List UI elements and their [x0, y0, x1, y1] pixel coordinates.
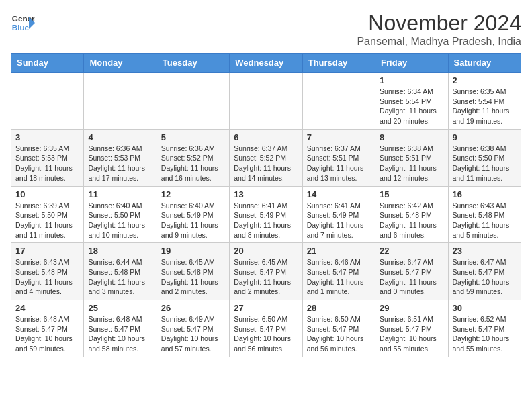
day-info: Sunrise: 6:35 AM Sunset: 5:54 PM Dayligh…	[453, 87, 517, 126]
calendar-day-cell	[84, 73, 157, 130]
day-info: Sunrise: 6:47 AM Sunset: 5:47 PM Dayligh…	[453, 257, 517, 297]
day-info: Sunrise: 6:39 AM Sunset: 5:50 PM Dayligh…	[15, 201, 79, 240]
day-info: Sunrise: 6:38 AM Sunset: 5:50 PM Dayligh…	[453, 144, 517, 183]
calendar-day-cell: 29Sunrise: 6:51 AM Sunset: 5:47 PM Dayli…	[375, 300, 448, 357]
day-info: Sunrise: 6:50 AM Sunset: 5:47 PM Dayligh…	[307, 314, 371, 354]
day-number: 12	[161, 189, 225, 199]
day-number: 13	[234, 189, 298, 199]
calendar-week-row: 17Sunrise: 6:43 AM Sunset: 5:48 PM Dayli…	[11, 243, 521, 300]
title-section: November 2024 Pansemal, Madhya Pradesh, …	[357, 11, 521, 48]
day-number: 24	[15, 303, 79, 313]
day-number: 16	[453, 189, 517, 199]
weekday-header: Sunday	[11, 54, 84, 73]
day-info: Sunrise: 6:45 AM Sunset: 5:47 PM Dayligh…	[234, 257, 298, 297]
day-info: Sunrise: 6:49 AM Sunset: 5:47 PM Dayligh…	[161, 314, 225, 354]
day-number: 14	[307, 189, 371, 199]
day-info: Sunrise: 6:41 AM Sunset: 5:49 PM Dayligh…	[234, 201, 298, 240]
day-info: Sunrise: 6:52 AM Sunset: 5:47 PM Dayligh…	[453, 314, 517, 354]
day-number: 17	[15, 246, 79, 256]
calendar-day-cell	[302, 73, 375, 130]
day-info: Sunrise: 6:34 AM Sunset: 5:54 PM Dayligh…	[380, 87, 443, 126]
day-info: Sunrise: 6:48 AM Sunset: 5:47 PM Dayligh…	[15, 314, 79, 354]
day-number: 3	[15, 132, 79, 142]
day-number: 20	[234, 246, 298, 256]
page-header: General Blue November 2024 Pansemal, Mad…	[11, 11, 521, 48]
calendar-week-row: 1Sunrise: 6:34 AM Sunset: 5:54 PM Daylig…	[11, 73, 521, 130]
day-number: 28	[307, 303, 371, 313]
calendar-day-cell: 26Sunrise: 6:49 AM Sunset: 5:47 PM Dayli…	[157, 300, 229, 357]
day-info: Sunrise: 6:51 AM Sunset: 5:47 PM Dayligh…	[380, 314, 443, 354]
calendar-day-cell: 14Sunrise: 6:41 AM Sunset: 5:49 PM Dayli…	[302, 186, 375, 243]
day-info: Sunrise: 6:36 AM Sunset: 5:53 PM Dayligh…	[88, 144, 152, 183]
day-number: 25	[88, 303, 152, 313]
calendar-day-cell: 21Sunrise: 6:46 AM Sunset: 5:47 PM Dayli…	[302, 243, 375, 300]
calendar-day-cell: 28Sunrise: 6:50 AM Sunset: 5:47 PM Dayli…	[302, 300, 375, 357]
calendar-day-cell: 19Sunrise: 6:45 AM Sunset: 5:48 PM Dayli…	[157, 243, 229, 300]
day-info: Sunrise: 6:48 AM Sunset: 5:47 PM Dayligh…	[88, 314, 152, 354]
day-info: Sunrise: 6:40 AM Sunset: 5:49 PM Dayligh…	[161, 201, 225, 240]
day-number: 2	[453, 75, 517, 85]
day-info: Sunrise: 6:46 AM Sunset: 5:47 PM Dayligh…	[307, 257, 371, 297]
day-number: 15	[380, 189, 443, 199]
calendar-subtitle: Pansemal, Madhya Pradesh, India	[357, 36, 521, 48]
calendar-day-cell: 10Sunrise: 6:39 AM Sunset: 5:50 PM Dayli…	[11, 186, 84, 243]
calendar-day-cell	[157, 73, 229, 130]
calendar-day-cell: 12Sunrise: 6:40 AM Sunset: 5:49 PM Dayli…	[157, 186, 229, 243]
day-info: Sunrise: 6:38 AM Sunset: 5:51 PM Dayligh…	[380, 144, 443, 183]
day-number: 7	[307, 132, 371, 142]
day-info: Sunrise: 6:41 AM Sunset: 5:49 PM Dayligh…	[307, 201, 371, 240]
day-info: Sunrise: 6:50 AM Sunset: 5:47 PM Dayligh…	[234, 314, 298, 354]
day-info: Sunrise: 6:36 AM Sunset: 5:52 PM Dayligh…	[161, 144, 225, 183]
day-number: 6	[234, 132, 298, 142]
day-number: 22	[380, 246, 443, 256]
calendar-day-cell: 4Sunrise: 6:36 AM Sunset: 5:53 PM Daylig…	[84, 129, 157, 186]
day-number: 23	[453, 246, 517, 256]
svg-text:Blue: Blue	[12, 23, 30, 32]
day-number: 21	[307, 246, 371, 256]
logo-icon: General Blue	[11, 11, 35, 35]
day-number: 5	[161, 132, 225, 142]
day-number: 11	[88, 189, 152, 199]
weekday-header: Tuesday	[157, 54, 229, 73]
weekday-header-row: SundayMondayTuesdayWednesdayThursdayFrid…	[11, 54, 521, 73]
day-info: Sunrise: 6:42 AM Sunset: 5:48 PM Dayligh…	[380, 201, 443, 240]
calendar-week-row: 10Sunrise: 6:39 AM Sunset: 5:50 PM Dayli…	[11, 186, 521, 243]
day-number: 10	[15, 189, 79, 199]
day-number: 4	[88, 132, 152, 142]
calendar-day-cell: 3Sunrise: 6:35 AM Sunset: 5:53 PM Daylig…	[11, 129, 84, 186]
weekday-header: Wednesday	[230, 54, 302, 73]
day-info: Sunrise: 6:37 AM Sunset: 5:52 PM Dayligh…	[234, 144, 298, 183]
weekday-header: Monday	[84, 54, 157, 73]
calendar-day-cell: 7Sunrise: 6:37 AM Sunset: 5:51 PM Daylig…	[302, 129, 375, 186]
day-info: Sunrise: 6:44 AM Sunset: 5:48 PM Dayligh…	[88, 257, 152, 297]
calendar-day-cell: 16Sunrise: 6:43 AM Sunset: 5:48 PM Dayli…	[448, 186, 521, 243]
day-number: 29	[380, 303, 443, 313]
day-number: 19	[161, 246, 225, 256]
day-number: 1	[380, 75, 443, 85]
calendar-day-cell: 20Sunrise: 6:45 AM Sunset: 5:47 PM Dayli…	[230, 243, 302, 300]
calendar-day-cell: 25Sunrise: 6:48 AM Sunset: 5:47 PM Dayli…	[84, 300, 157, 357]
calendar-day-cell: 6Sunrise: 6:37 AM Sunset: 5:52 PM Daylig…	[230, 129, 302, 186]
calendar-day-cell: 18Sunrise: 6:44 AM Sunset: 5:48 PM Dayli…	[84, 243, 157, 300]
calendar-day-cell: 13Sunrise: 6:41 AM Sunset: 5:49 PM Dayli…	[230, 186, 302, 243]
calendar-title: November 2024	[357, 11, 521, 36]
calendar-day-cell: 11Sunrise: 6:40 AM Sunset: 5:50 PM Dayli…	[84, 186, 157, 243]
calendar-week-row: 24Sunrise: 6:48 AM Sunset: 5:47 PM Dayli…	[11, 300, 521, 357]
day-number: 9	[453, 132, 517, 142]
calendar-day-cell: 1Sunrise: 6:34 AM Sunset: 5:54 PM Daylig…	[375, 73, 448, 130]
calendar-day-cell: 27Sunrise: 6:50 AM Sunset: 5:47 PM Dayli…	[230, 300, 302, 357]
calendar-table: SundayMondayTuesdayWednesdayThursdayFrid…	[11, 53, 521, 357]
calendar-day-cell: 17Sunrise: 6:43 AM Sunset: 5:48 PM Dayli…	[11, 243, 84, 300]
calendar-day-cell	[11, 73, 84, 130]
day-number: 18	[88, 246, 152, 256]
calendar-day-cell: 8Sunrise: 6:38 AM Sunset: 5:51 PM Daylig…	[375, 129, 448, 186]
calendar-day-cell: 15Sunrise: 6:42 AM Sunset: 5:48 PM Dayli…	[375, 186, 448, 243]
day-number: 8	[380, 132, 443, 142]
day-info: Sunrise: 6:45 AM Sunset: 5:48 PM Dayligh…	[161, 257, 225, 297]
calendar-day-cell: 23Sunrise: 6:47 AM Sunset: 5:47 PM Dayli…	[448, 243, 521, 300]
weekday-header: Saturday	[448, 54, 521, 73]
calendar-week-row: 3Sunrise: 6:35 AM Sunset: 5:53 PM Daylig…	[11, 129, 521, 186]
weekday-header: Thursday	[302, 54, 375, 73]
day-info: Sunrise: 6:37 AM Sunset: 5:51 PM Dayligh…	[307, 144, 371, 183]
day-info: Sunrise: 6:40 AM Sunset: 5:50 PM Dayligh…	[88, 201, 152, 240]
